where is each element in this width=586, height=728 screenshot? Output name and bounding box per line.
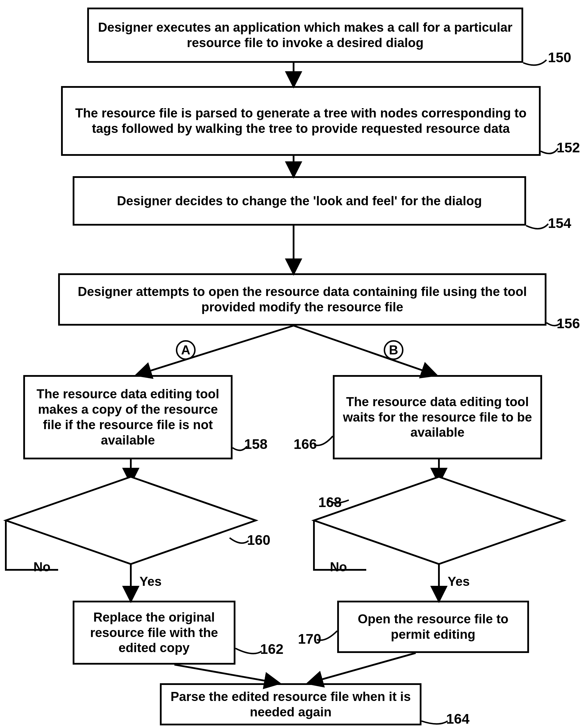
process-node-156: Designer attempts to open the resource d… [58, 273, 547, 326]
svg-line-14 [175, 665, 279, 683]
node-text: Is the original resource file closed? [49, 503, 212, 533]
svg-line-15 [308, 653, 416, 683]
ref-label-164: 164 [446, 711, 470, 727]
process-node-162: Replace the original resource file with … [73, 601, 236, 665]
process-node-164: Parse the edited resource file when it i… [160, 683, 422, 725]
process-node-150: Designer executes an application which m… [87, 7, 523, 63]
edge-label-yes-B: Yes [448, 574, 470, 589]
node-text: Designer decides to change the 'look and… [117, 193, 482, 209]
decision-node-160-text: Is the original resource file closed? [49, 503, 212, 534]
svg-line-3 [137, 326, 294, 375]
ref-label-152: 152 [557, 139, 580, 156]
process-node-166: The resource data editing tool waits for… [333, 375, 542, 459]
process-node-154: Designer decides to change the 'look and… [73, 176, 526, 226]
node-text: The resource file is parsed to generate … [71, 106, 531, 136]
ref-label-154: 154 [548, 215, 571, 231]
branch-label-A: A [176, 340, 196, 360]
node-text: Open the resource file to permit editing [347, 612, 519, 642]
node-text: The resource data editing tool makes a c… [33, 386, 223, 448]
node-text: Replace the original resource file with … [83, 610, 225, 656]
svg-line-12 [58, 549, 87, 570]
ref-label-168: 168 [318, 494, 342, 510]
svg-line-4 [294, 326, 436, 375]
ref-label-158: 158 [244, 436, 267, 452]
node-text: The resource data editing tool waits for… [343, 394, 532, 440]
node-text: Parse the edited resource file when it i… [170, 689, 411, 720]
process-node-158: The resource data editing tool makes a c… [23, 375, 233, 459]
ref-label-160: 160 [247, 532, 270, 548]
ref-label-166: 166 [294, 436, 317, 452]
label-text: B [389, 343, 398, 357]
process-node-170: Open the resource file to permit editing [337, 601, 529, 653]
ref-label-170: 170 [298, 631, 321, 647]
edge-label-yes-A: Yes [139, 574, 162, 589]
ref-label-162: 162 [260, 641, 284, 657]
process-node-152: The resource file is parsed to generate … [61, 86, 541, 156]
flowchart-canvas: Designer executes an application which m… [0, 0, 586, 728]
ref-label-156: 156 [557, 315, 580, 332]
node-text: Designer attempts to open the resource d… [68, 284, 537, 315]
node-text: Designer executes an application which m… [97, 20, 513, 51]
node-text: Is the original resource file closed? [357, 503, 520, 533]
branch-label-B: B [384, 340, 403, 360]
edge-label-no-A: No [33, 560, 51, 574]
ref-label-150: 150 [548, 49, 571, 66]
edge-label-no-B: No [330, 560, 347, 574]
decision-node-168-text: Is the original resource file closed? [357, 503, 520, 534]
label-text: A [181, 343, 190, 357]
